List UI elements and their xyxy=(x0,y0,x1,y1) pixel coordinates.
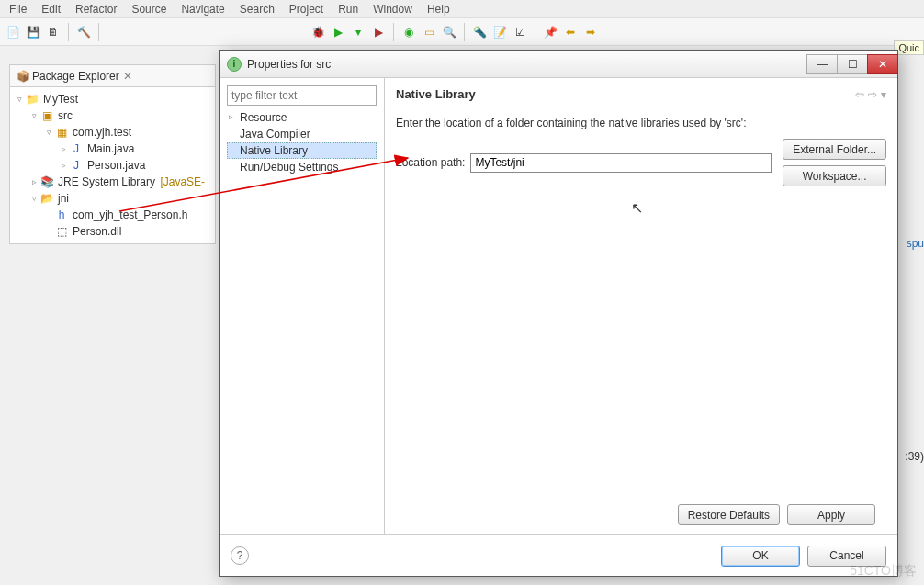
cat-label: Resource xyxy=(240,111,287,124)
location-label: Location path: xyxy=(396,156,465,169)
tree-java-file[interactable]: ▹JMain.java xyxy=(12,141,213,157)
dropdown-icon[interactable]: ▾ xyxy=(881,88,886,101)
cat-java-compiler[interactable]: Java Compiler xyxy=(227,126,377,142)
forward-icon[interactable]: ➡ xyxy=(581,23,600,41)
maximize-button[interactable]: ☐ xyxy=(837,54,868,74)
annotation-icon[interactable]: 📝 xyxy=(490,23,509,41)
tree-label: Main.java xyxy=(85,142,136,155)
menu-run[interactable]: Run xyxy=(332,1,364,17)
tree-label: com_yjh_test_Person.h xyxy=(71,208,189,221)
save-all-icon[interactable]: 🗎 xyxy=(44,23,62,41)
tree-decorator: [JavaSE- xyxy=(160,175,205,188)
watermark: 51CTO博客 xyxy=(850,563,917,579)
task-icon[interactable]: ☑ xyxy=(511,23,529,41)
tree-src-folder[interactable]: ▿▣src xyxy=(12,107,213,124)
restore-defaults-button[interactable]: Restore Defaults xyxy=(678,504,780,525)
search-icon[interactable]: 🔦 xyxy=(470,23,489,41)
package-icon: ▦ xyxy=(54,125,69,140)
forward-arrow-icon[interactable]: ⇨ xyxy=(868,88,877,101)
new-icon[interactable]: 📄 xyxy=(4,23,22,41)
cat-label: Run/Debug Settings xyxy=(240,161,338,174)
tree-label: JRE System Library xyxy=(56,175,157,188)
settings-heading: Native Library xyxy=(396,87,476,101)
close-button[interactable]: ✕ xyxy=(867,54,898,74)
apply-button[interactable]: Apply xyxy=(787,504,875,525)
project-icon: 📁 xyxy=(25,92,39,107)
cat-native-library[interactable]: Native Library xyxy=(227,142,377,159)
menu-search[interactable]: Search xyxy=(234,1,280,17)
workspace-button[interactable]: Workspace... xyxy=(783,165,886,186)
tree-label: jni xyxy=(56,192,71,205)
library-icon: 📚 xyxy=(39,174,54,189)
tree-project[interactable]: ▿📁MyTest xyxy=(12,91,213,107)
back-icon[interactable]: ⬅ xyxy=(561,23,580,41)
quick-access-hint: Quic xyxy=(894,40,924,55)
tree-package[interactable]: ▿▦com.yjh.test xyxy=(12,124,213,141)
tree-header-file[interactable]: hcom_yjh_test_Person.h xyxy=(12,207,213,223)
run-dropdown-icon[interactable]: ▾ xyxy=(349,23,367,41)
minimize-button[interactable]: — xyxy=(806,54,838,74)
package-explorer-tab[interactable]: 📦 Package Explorer ✕ xyxy=(10,65,215,87)
external-folder-button[interactable]: External Folder... xyxy=(783,139,886,160)
ok-button[interactable]: OK xyxy=(721,546,800,567)
menu-help[interactable]: Help xyxy=(422,1,456,17)
tree-jni-folder[interactable]: ▿📂jni xyxy=(12,190,213,207)
clipped-text: :39) xyxy=(905,450,924,463)
cat-label: Java Compiler xyxy=(240,128,310,141)
menu-refactor[interactable]: Refactor xyxy=(70,1,122,17)
tree-dll-file[interactable]: ⬚Person.dll xyxy=(12,223,213,240)
folder-icon: 📂 xyxy=(39,191,54,206)
dialog-titlebar[interactable]: i Properties for src — ☐ ✕ xyxy=(220,51,897,78)
tree-label: MyTest xyxy=(41,93,80,106)
settings-pane: Native Library ⇦ ⇨ ▾ Enter the location … xyxy=(385,78,897,534)
build-icon[interactable]: 🔨 xyxy=(74,23,93,41)
new-package-icon[interactable]: ▭ xyxy=(420,23,438,41)
separator xyxy=(68,23,69,41)
open-type-icon[interactable]: 🔍 xyxy=(440,23,458,41)
properties-dialog: i Properties for src — ☐ ✕ ▹Resource Jav… xyxy=(219,50,898,577)
filter-input[interactable] xyxy=(227,85,377,106)
tree-jre[interactable]: ▹📚JRE System Library [JavaSE- xyxy=(12,174,213,190)
tree-label: Person.dll xyxy=(71,225,123,238)
menu-edit[interactable]: Edit xyxy=(36,1,66,17)
dialog-icon: i xyxy=(227,57,242,72)
source-folder-icon: ▣ xyxy=(39,108,54,123)
cat-resource[interactable]: ▹Resource xyxy=(227,109,377,126)
tree-label: src xyxy=(56,109,74,122)
package-explorer-view: 📦 Package Explorer ✕ ▿📁MyTest ▿▣src ▿▦co… xyxy=(9,64,216,244)
location-path-input[interactable] xyxy=(470,153,772,173)
java-file-icon: J xyxy=(69,141,84,156)
clipped-text: spu xyxy=(907,237,924,250)
dialog-footer: ? OK Cancel xyxy=(220,535,897,576)
package-explorer-icon: 📦 xyxy=(16,69,30,84)
save-icon[interactable]: 💾 xyxy=(24,23,42,41)
run-icon[interactable]: ▶ xyxy=(329,23,347,41)
menu-project[interactable]: Project xyxy=(284,1,329,17)
cat-label: Native Library xyxy=(240,144,308,157)
menu-source[interactable]: Source xyxy=(126,1,172,17)
tree-label: com.yjh.test xyxy=(71,126,133,139)
menu-file[interactable]: File xyxy=(4,1,32,17)
cat-run-debug[interactable]: Run/Debug Settings xyxy=(227,159,377,175)
debug-icon[interactable]: 🐞 xyxy=(309,23,327,41)
java-file-icon: J xyxy=(69,158,84,173)
new-class-icon[interactable]: ◉ xyxy=(400,23,418,41)
separator xyxy=(98,23,99,41)
main-toolbar: 📄 💾 🗎 🔨 🐞 ▶ ▾ ▶ ◉ ▭ 🔍 🔦 📝 ☑ 📌 ⬅ ➡ xyxy=(0,18,924,46)
menu-window[interactable]: Window xyxy=(367,1,418,17)
settings-description: Enter the location of a folder containin… xyxy=(396,117,886,129)
separator xyxy=(464,23,465,41)
help-icon[interactable]: ? xyxy=(231,546,249,565)
tree-label: Person.java xyxy=(85,159,147,172)
package-explorer-title: Package Explorer xyxy=(32,70,119,83)
h-file-icon: h xyxy=(54,208,69,222)
separator xyxy=(535,23,535,41)
menu-navigate[interactable]: Navigate xyxy=(175,1,230,17)
close-icon[interactable]: ✕ xyxy=(123,70,132,83)
tree-java-file[interactable]: ▹JPerson.java xyxy=(12,157,213,174)
binary-file-icon: ⬚ xyxy=(54,224,69,239)
pin-icon[interactable]: 📌 xyxy=(541,23,559,41)
menu-bar: File Edit Refactor Source Navigate Searc… xyxy=(0,0,924,18)
ext-tools-icon[interactable]: ▶ xyxy=(369,23,388,41)
back-arrow-icon[interactable]: ⇦ xyxy=(855,88,864,101)
